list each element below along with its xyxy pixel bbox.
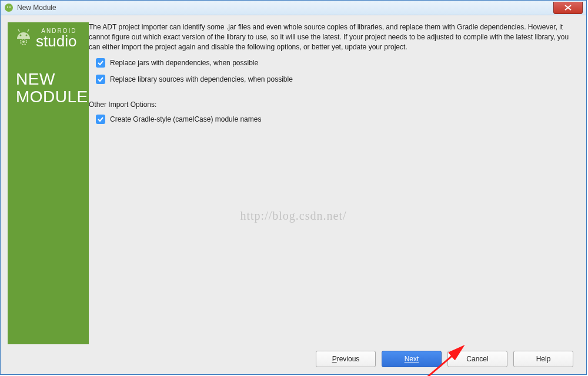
svg-point-1 xyxy=(7,6,8,8)
checkbox-replace-jars[interactable] xyxy=(96,58,105,68)
button-row: Previous Next Cancel Help xyxy=(316,351,573,367)
titlebar: New Module xyxy=(1,1,586,15)
dialog-window: New Module xyxy=(0,0,587,375)
sidebar-title-line2: MODULE xyxy=(16,88,89,106)
window-title: New Module xyxy=(17,4,553,12)
checkbox-replace-lib[interactable] xyxy=(96,75,105,84)
sidebar-title: NEW MODULE xyxy=(8,70,89,106)
cancel-button[interactable]: Cancel xyxy=(447,351,507,367)
android-studio-icon xyxy=(4,3,14,12)
checkbox-row-camel[interactable]: Create Gradle-style (camelCase) module n… xyxy=(89,115,579,124)
description-text: The ADT project importer can identify so… xyxy=(89,22,579,52)
brand-big-text: studio xyxy=(36,34,76,48)
checkbox-replace-lib-label: Replace library sources with dependencie… xyxy=(110,75,293,83)
brand-logo: ANDROID studio xyxy=(8,28,89,48)
svg-line-3 xyxy=(18,29,19,32)
main-pane: The ADT project importer can identify so… xyxy=(89,22,579,344)
checkbox-camel[interactable] xyxy=(96,115,105,124)
svg-point-5 xyxy=(20,35,22,36)
svg-point-0 xyxy=(5,4,13,12)
sidebar-title-line1: NEW xyxy=(16,70,89,88)
checkbox-row-replace-lib[interactable]: Replace library sources with dependencie… xyxy=(89,75,579,84)
previous-button[interactable]: Previous xyxy=(316,351,376,367)
svg-point-8 xyxy=(22,41,25,43)
content-area: ANDROID studio NEW MODULE The ADT projec… xyxy=(1,15,586,374)
close-button[interactable] xyxy=(553,2,583,14)
checkbox-replace-jars-label: Replace jars with dependencies, when pos… xyxy=(110,59,258,67)
sidebar: ANDROID studio NEW MODULE xyxy=(8,22,89,344)
help-button[interactable]: Help xyxy=(513,351,573,367)
svg-line-4 xyxy=(28,29,29,32)
checkbox-row-replace-jars[interactable]: Replace jars with dependencies, when pos… xyxy=(89,58,579,68)
other-import-label: Other Import Options: xyxy=(89,100,579,109)
svg-point-6 xyxy=(26,35,28,36)
svg-point-2 xyxy=(9,6,11,8)
next-button[interactable]: Next xyxy=(382,351,442,367)
checkbox-camel-label: Create Gradle-style (camelCase) module n… xyxy=(110,115,261,123)
android-head-icon xyxy=(14,28,34,48)
